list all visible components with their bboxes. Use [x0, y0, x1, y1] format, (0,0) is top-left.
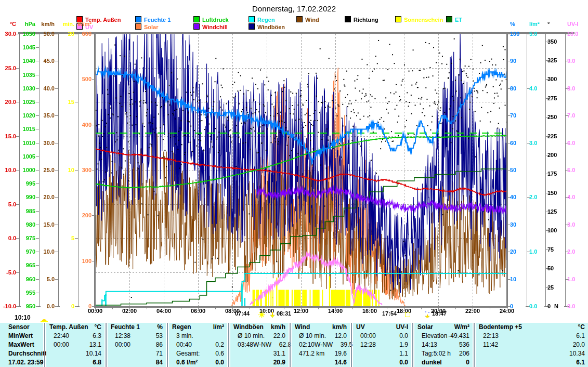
stats-cell-value — [206, 332, 227, 340]
legend-item-sonnenschein: Sonnenschein — [395, 16, 443, 23]
axis-tick-hpa: 1015 — [19, 126, 35, 132]
axis-tick-deg: 150 — [547, 190, 563, 196]
stats-cell-value: 536 — [452, 340, 473, 349]
x-axis-tick-label: 24:00 — [495, 308, 518, 314]
stats-column-header: SolarW/m² — [414, 323, 473, 332]
x-axis-tick-label: 06:00 — [187, 308, 210, 314]
axis-tick-hpa: 1030 — [19, 86, 35, 91]
stats-column-separator — [167, 323, 168, 367]
stats-cell-label: 00:00 — [353, 332, 390, 340]
stats-column-separator — [412, 323, 413, 367]
stats-cell-value: 84 — [145, 358, 166, 367]
axis-tick-hpa: 1045 — [19, 45, 35, 50]
axis-tick-hpa: 1035 — [19, 72, 35, 78]
stats-cell-label: 12:28 — [353, 340, 390, 349]
stats-cell-label: 03:48 — [230, 340, 253, 349]
axis-tick-lm2: 5.0 — [529, 31, 545, 37]
stats-cell-label: 00:00 — [46, 340, 84, 349]
stats-cell-value: 1.1 — [390, 349, 411, 358]
stats-cell-value: 71 — [145, 349, 166, 358]
x-axis-tick-label: 02:00 — [118, 308, 141, 314]
sunrise-time: 07:44 — [235, 310, 250, 317]
axis-tick-pct: 60 — [510, 140, 526, 146]
stats-cell-value: 86 — [145, 340, 166, 349]
stats-cell-row: 0.6 l/m²0.0 — [169, 358, 227, 367]
stats-cell-label: Tag:5:02 h — [414, 349, 452, 358]
axis-tick-wm2: 300 — [73, 167, 92, 173]
axis-tick-deg: 225 — [547, 134, 563, 139]
legend-label-richtung: Richtung — [354, 17, 378, 23]
legend-label-solar: Solar — [144, 24, 159, 30]
legend-item-regen: Regen — [249, 16, 275, 23]
stats-column-feuchte-1: Feuchte 1%12:385300:00867184 — [108, 323, 166, 367]
axis-label-north: N — [554, 304, 561, 309]
stats-cell-row: 12:3853 — [108, 332, 166, 340]
axis-tick-sun_min: 5 — [58, 235, 74, 241]
axis-tick-sun_min: 0 — [58, 304, 74, 309]
stats-column-header: Feuchte 1% — [108, 323, 166, 332]
axis-tick-temp_c: 30.0 — [0, 31, 16, 37]
stats-cell-label — [108, 349, 145, 358]
stats-row-label: Durchschnitt — [0, 349, 43, 358]
axis-tick-hpa: 1005 — [19, 154, 35, 160]
axis-tick-kmh: 35.0 — [36, 113, 55, 119]
axis-tick-uvi: 4.0 — [567, 194, 584, 200]
axis-tick-pct: 90 — [510, 58, 526, 64]
legend-item-richtung: Richtung — [345, 16, 378, 23]
stats-cell-row: 22:406.3 — [46, 332, 104, 340]
axis-tick-temp_c: -10.0 — [0, 304, 16, 309]
axis-tick-uvi: 3.0 — [567, 222, 584, 228]
axis-tick-uvi: 1.0 — [567, 277, 584, 282]
stats-cell-row: 3 min. — [169, 332, 227, 340]
sunset-icon — [425, 310, 430, 320]
stats-row-label: MinWert — [0, 332, 43, 340]
axis-tick-hpa: 990 — [19, 194, 35, 200]
stats-cell-value: 0 — [452, 358, 473, 367]
axis-tick-kmh: 40.0 — [36, 86, 55, 91]
stats-row-label: 17.02. 23:59 — [0, 358, 43, 367]
axis-tick-hpa: 1000 — [19, 167, 35, 173]
stats-cell-row: Ø 10 min.22.0 — [230, 332, 289, 340]
x-axis-tick-label: 12:00 — [290, 308, 312, 314]
axis-tick-hpa: 980 — [19, 222, 35, 228]
last-sunshine-icon — [405, 312, 410, 317]
legend-item-solar: Solar — [135, 23, 159, 30]
axis-tick-lm2: 3.0 — [529, 140, 545, 146]
stats-cell-row: 1.1 — [353, 349, 411, 358]
stats-column-unit: UV-I — [396, 323, 411, 332]
sunrise-sun-icon — [258, 311, 265, 320]
legend-swatch-et — [446, 16, 452, 22]
axis-unit-deg: ° — [547, 21, 563, 27]
legend-swatch-feuchte-1 — [135, 16, 141, 22]
stats-column-unit: W/m² — [454, 323, 473, 332]
axis-tick-hpa: 955 — [19, 290, 35, 296]
axis-tick-sun_min: 15 — [58, 99, 74, 105]
axis-tick-wm2: 500 — [73, 76, 92, 82]
stats-cell-value: 6.3 — [84, 332, 104, 340]
axis-tick-lm2: 4.0 — [529, 86, 545, 91]
stats-cell-value: 10.34 — [567, 349, 588, 358]
axis-tick-temp_c: 5.0 — [0, 202, 16, 207]
axis-tick-deg: 325 — [547, 58, 563, 63]
stats-cell-row: Tag:5:02 h206 — [414, 349, 473, 358]
weather-app-window: { "title": "Donnerstag, 17.02.2022", "le… — [0, 0, 588, 367]
stats-column-unit: % — [157, 323, 166, 332]
stats-column-unit: km/h — [332, 323, 350, 332]
stats-cell-row: 12:281.9 — [353, 340, 411, 349]
stats-column-name: Wind — [292, 323, 332, 332]
legend-swatch-wind — [296, 16, 303, 22]
legend-swatch-richtung — [345, 16, 351, 22]
legend-swatch-windboeen — [249, 23, 255, 30]
stats-cell-value: 14.6 — [329, 358, 350, 367]
legend-item-windchill: Windchill — [193, 23, 228, 30]
legend-label-regen: Regen — [257, 17, 275, 23]
stats-column-name: Windböen — [230, 323, 271, 332]
first-sunshine-time: 08:31 — [277, 310, 291, 317]
sunset-time: 18:47 — [432, 310, 447, 317]
axis-tick-lm2: 1.0 — [529, 249, 545, 255]
axis-tick-deg: 50 — [547, 266, 563, 271]
x-axis-tick-label: 16:00 — [358, 308, 381, 314]
axis-tick-deg: 25 — [547, 285, 563, 291]
stats-cell-row: 11:4220.0 — [476, 340, 588, 349]
stats-cell-label — [476, 358, 567, 367]
